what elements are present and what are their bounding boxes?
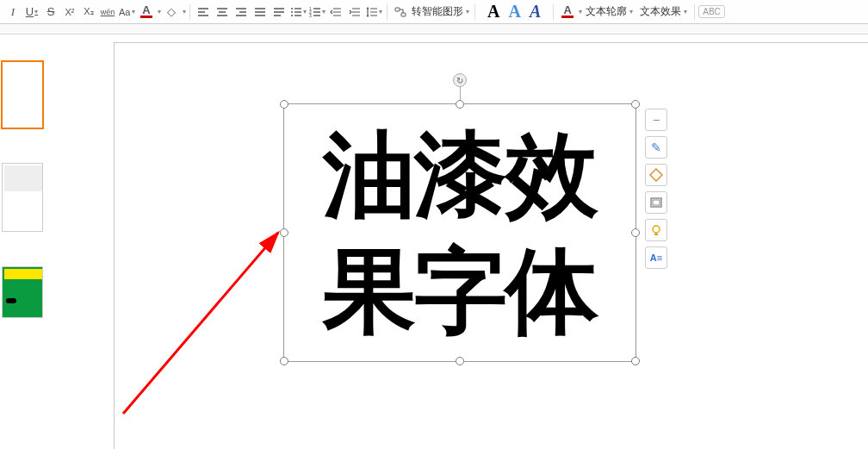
textbox-content[interactable]: 油漆效果字体 [284, 104, 636, 361]
highlight-button[interactable]: ◇ [161, 3, 182, 22]
format-pane-button[interactable]: A≡ [645, 246, 667, 269]
align-right-button[interactable] [232, 3, 251, 22]
pinyin-button[interactable]: wén [98, 3, 117, 22]
frame-icon [649, 196, 663, 209]
format-painter-button[interactable]: ✎ [645, 136, 667, 159]
text-outline-button[interactable]: 文本轮廓 ▾ [582, 4, 636, 19]
resize-handle-tr[interactable] [631, 100, 640, 109]
svg-point-3 [291, 15, 293, 16]
font-style-group: I U▾ S X² X₂ wén Aa ▾ A ▾ ◇ ▾ [3, 3, 186, 22]
separator [553, 4, 554, 20]
svg-point-11 [653, 226, 660, 233]
smartshape-label-text: 转智能图形 [412, 4, 463, 19]
text-fill-letter: A [564, 5, 572, 16]
text-effect-button[interactable]: 文本效果 ▾ [636, 4, 691, 19]
paragraph-group: ▾ 123▾ ▾ [194, 3, 383, 22]
collapse-button[interactable]: − [645, 109, 667, 131]
floating-context-toolbar: − ✎ A≡ [645, 109, 667, 269]
resize-handle-br[interactable] [631, 357, 640, 365]
spellcheck-button[interactable]: ABC [698, 5, 725, 18]
resize-handle-mr[interactable] [631, 228, 640, 237]
resize-handle-bl[interactable] [280, 357, 288, 365]
chevron-down-icon: ▾ [629, 8, 633, 16]
decrease-indent-button[interactable] [326, 3, 345, 22]
svg-line-12 [123, 233, 278, 414]
align-left-button[interactable] [194, 3, 213, 22]
separator [694, 4, 695, 20]
separator [474, 4, 475, 20]
underline-button[interactable]: U▾ [22, 3, 41, 22]
align-justify-button[interactable] [251, 3, 270, 22]
chevron-down-icon: ▾ [34, 8, 38, 16]
resize-handle-tl[interactable] [280, 100, 288, 109]
svg-rect-7 [395, 8, 400, 11]
svg-rect-10 [653, 200, 660, 205]
lightbulb-icon [649, 223, 663, 237]
font-color-bar [140, 16, 152, 18]
font-color-button[interactable]: A [136, 3, 157, 22]
text-style-gallery: A A A [479, 2, 549, 22]
chevron-down-icon: ▾ [303, 8, 307, 16]
slide-thumbnail-panel [0, 35, 53, 449]
text-outline-label: 文本轮廓 [586, 4, 627, 19]
style-sample-2[interactable]: A [508, 2, 520, 22]
change-case-button[interactable]: Aa ▾ [117, 3, 136, 22]
chevron-down-icon: ▾ [132, 8, 135, 16]
rotate-handle[interactable]: ↻ [453, 73, 467, 87]
text-outline-group: A ▾ 文本轮廓 ▾ 文本效果 ▾ [557, 3, 691, 22]
workspace: ↻ 油漆效果字体 − ✎ [0, 35, 868, 449]
chevron-down-icon: ▾ [379, 8, 382, 16]
case-icon: Aa [119, 6, 131, 18]
picture-frame-button[interactable] [645, 191, 667, 214]
chevron-down-icon: ▾ [684, 8, 687, 16]
format-pane-icon: A≡ [650, 253, 662, 263]
slide-thumbnail-3[interactable] [2, 266, 43, 318]
italic-button[interactable]: I [3, 3, 22, 22]
svg-point-2 [291, 11, 293, 13]
change-shape-button[interactable] [645, 164, 667, 186]
font-color-letter: A [142, 5, 150, 16]
design-idea-button[interactable] [645, 219, 667, 241]
resize-handle-tm[interactable] [456, 100, 464, 109]
increase-indent-button[interactable] [345, 3, 364, 22]
chevron-down-icon: ▾ [466, 8, 469, 16]
resize-handle-ml[interactable] [280, 228, 288, 237]
separator [189, 4, 190, 20]
bullet-list-button[interactable]: ▾ [288, 3, 307, 22]
underline-label: U [26, 5, 34, 18]
slide[interactable]: ↻ 油漆效果字体 − ✎ [114, 42, 868, 449]
text-fill-bar [561, 16, 574, 18]
svg-rect-8 [401, 13, 406, 16]
highlight-icon: ◇ [167, 7, 176, 17]
smartshape-icon [394, 6, 406, 18]
align-center-button[interactable] [213, 3, 232, 22]
slide-thumbnail-1[interactable] [2, 61, 43, 128]
strikethrough-button[interactable]: S [41, 3, 60, 22]
slide-canvas-area[interactable]: ↻ 油漆效果字体 − ✎ [53, 35, 868, 449]
ribbon-shadow [0, 24, 868, 34]
subscript-button[interactable]: X₂ [79, 3, 98, 22]
superscript-button[interactable]: X² [60, 3, 79, 22]
number-list-button[interactable]: 123▾ [307, 3, 326, 22]
smartshape-button[interactable]: 转智能图形 ▾ [410, 4, 471, 19]
format-toolbar: I U▾ S X² X₂ wén Aa ▾ A ▾ ◇ ▾ ▾ 123▾ ▾ [0, 0, 868, 24]
svg-point-1 [291, 8, 293, 9]
smartshape-icon-button[interactable] [391, 3, 410, 22]
chevron-down-icon[interactable]: ▾ [183, 8, 186, 16]
chevron-down-icon: ▾ [322, 8, 326, 16]
separator [387, 4, 388, 20]
style-sample-1[interactable]: A [487, 2, 499, 22]
line-spacing-button[interactable]: ▾ [364, 3, 383, 22]
svg-text:Aa: Aa [119, 7, 131, 17]
textbox-selected[interactable]: ↻ 油漆效果字体 [283, 103, 636, 362]
shape-icon [649, 168, 663, 182]
slide-thumbnail-2[interactable] [2, 163, 43, 232]
text-fill-button[interactable]: A [557, 3, 578, 22]
style-sample-3[interactable]: A [530, 2, 541, 22]
resize-handle-bm[interactable] [456, 357, 464, 365]
smartshape-group: 转智能图形 ▾ [391, 3, 471, 22]
rotate-stem [460, 87, 461, 100]
align-distribute-button[interactable] [270, 3, 288, 22]
text-effect-label: 文本效果 [640, 4, 681, 19]
svg-text:3: 3 [309, 13, 312, 18]
